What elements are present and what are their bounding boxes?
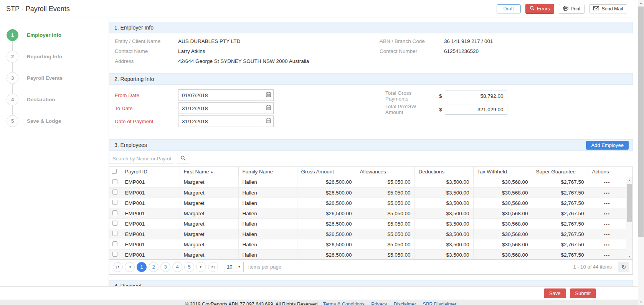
row-actions-menu-button[interactable]: ••• (604, 211, 610, 216)
payment-date-label: Date of Payment (115, 119, 178, 124)
previous-page-button[interactable]: ◄ (125, 262, 135, 272)
total-gross-input[interactable] (445, 91, 507, 101)
step-save-lodge[interactable]: 5 Save & Lodge (7, 115, 109, 127)
send-mail-button[interactable]: Send Mail (589, 4, 627, 13)
table-row[interactable]: EMP001 Margaret Hallen $26,500.00 $5,050… (109, 250, 626, 259)
cell-first-name: Margaret (180, 250, 238, 259)
table-row[interactable]: EMP001 Margaret Hallen $26,500.00 $5,050… (109, 208, 626, 219)
table-scrollbar-thumb[interactable] (627, 184, 632, 222)
cell-actions: ••• (588, 239, 626, 250)
row-actions-menu-button[interactable]: ••• (604, 191, 610, 195)
column-header-gross-amount[interactable]: Gross Amount (297, 167, 356, 177)
column-header-allowances[interactable]: Allowances (356, 167, 414, 177)
to-date-input[interactable] (178, 102, 263, 114)
add-employee-button[interactable]: Add Employee (586, 141, 629, 150)
row-checkbox[interactable] (112, 210, 117, 215)
calendar-icon (266, 92, 271, 98)
table-scrollbar[interactable]: ▲ ▼ (626, 177, 632, 259)
page-2-button[interactable]: 2 (149, 262, 159, 272)
step-4-circle: 4 (7, 94, 18, 106)
step-declaration[interactable]: 4 Declaration (7, 94, 109, 106)
table-row[interactable]: EMP001 Margaret Hallen $26,500.00 $5,050… (109, 219, 626, 229)
row-actions-menu-button[interactable]: ••• (604, 253, 610, 257)
scroll-down-icon[interactable]: ▼ (626, 254, 632, 259)
paygw-currency-symbol: $ (439, 107, 442, 112)
total-paygw-input[interactable] (445, 104, 507, 115)
row-checkbox[interactable] (112, 179, 117, 184)
next-page-button[interactable]: ► (196, 262, 206, 272)
page-scrollbar[interactable]: ▲ ▼ (638, 0, 644, 305)
disclaimer-link[interactable]: Disclaimer (394, 302, 416, 305)
table-row[interactable]: EMP001 Margaret Hallen $26,500.00 $5,050… (109, 188, 626, 198)
reporting-info-title: 2. Reporting Info (114, 76, 154, 82)
content-layout: 1 Employer Info 2 Reporting Info 3 Payro… (0, 18, 644, 286)
table-row[interactable]: EMP001 Margaret Hallen $26,500.00 $5,050… (109, 239, 626, 250)
row-select-cell (109, 239, 121, 250)
row-actions-menu-button[interactable]: ••• (604, 180, 610, 185)
refresh-button[interactable]: ↻ (618, 262, 629, 272)
last-page-button[interactable]: ►| (208, 262, 218, 272)
save-button[interactable]: Save (544, 289, 566, 298)
row-checkbox[interactable] (112, 252, 117, 257)
row-actions-menu-button[interactable]: ••• (604, 222, 610, 226)
row-checkbox[interactable] (112, 231, 117, 236)
cell-deductions: $3,500.00 (414, 250, 473, 259)
row-checkbox[interactable] (112, 221, 117, 226)
step-reporting-info[interactable]: 2 Reporting Info (7, 51, 109, 63)
from-date-input[interactable] (178, 89, 263, 101)
table-row[interactable]: EMP001 Margaret Hallen $26,500.00 $5,050… (109, 229, 626, 239)
payment-date-calendar-button[interactable] (263, 115, 274, 127)
contact-number-label: Contact Number (380, 48, 444, 54)
table-row[interactable]: EMP001 Margaret Hallen $26,500.00 $5,050… (109, 198, 626, 208)
draft-status-button[interactable]: Draft (497, 4, 521, 13)
cell-allowances: $5,050.00 (356, 208, 414, 219)
sbr-disclaimer-link[interactable]: SBR Disclaimer (423, 302, 457, 305)
column-header-family-name[interactable]: Family Name (238, 167, 297, 177)
page-5-button[interactable]: 5 (184, 262, 194, 272)
payment-date-input[interactable] (178, 115, 263, 127)
row-actions-menu-button[interactable]: ••• (604, 201, 610, 206)
cell-first-name: Margaret (180, 198, 238, 208)
cell-gross-amount: $26,500.00 (297, 198, 356, 208)
row-actions-menu-button[interactable]: ••• (604, 232, 610, 237)
from-date-calendar-button[interactable] (263, 89, 274, 101)
column-header-payroll-id[interactable]: Payroll ID (121, 167, 180, 177)
row-select-cell (109, 250, 121, 259)
table-row[interactable]: EMP001 Margaret Hallen $26,500.00 $5,050… (109, 177, 626, 188)
errors-button[interactable]: Errors (525, 4, 554, 14)
row-checkbox[interactable] (112, 200, 117, 205)
cell-deductions: $3,500.00 (414, 239, 473, 250)
page-4-button[interactable]: 4 (172, 262, 182, 272)
terms-link[interactable]: Terms & Conditions (323, 302, 364, 305)
bottom-action-bar: Save Submit (0, 286, 644, 300)
scroll-down-icon[interactable]: ▼ (638, 299, 644, 305)
column-header-tax-withheld[interactable]: Tax Withheld (473, 167, 532, 177)
row-checkbox[interactable] (112, 241, 117, 246)
column-header-first-name[interactable]: First Name▲ (180, 167, 238, 177)
column-header-deductions[interactable]: Deductions (414, 167, 473, 177)
submit-button[interactable]: Submit (570, 289, 596, 298)
to-date-calendar-button[interactable] (263, 102, 274, 114)
row-checkbox[interactable] (112, 190, 117, 195)
total-gross-row: Total Gross Payments $ (385, 90, 507, 102)
privacy-link[interactable]: Privacy (371, 302, 387, 305)
employee-search-button[interactable] (177, 154, 189, 163)
scroll-up-icon[interactable]: ▲ (638, 0, 644, 6)
step-payroll-events[interactable]: 3 Payroll Events (7, 72, 109, 84)
page-scrollbar-thumb[interactable] (638, 7, 644, 237)
page-1-button[interactable]: 1 (137, 262, 147, 272)
select-all-checkbox[interactable] (112, 169, 117, 174)
first-page-button[interactable]: |◄ (113, 262, 123, 272)
step-employer-info[interactable]: 1 Employer Info (7, 29, 109, 41)
to-date-field (178, 102, 274, 114)
page-size-dropdown[interactable]: 10 ▼ (224, 262, 244, 272)
row-actions-menu-button[interactable]: ••• (604, 242, 610, 247)
print-button[interactable]: Print (559, 4, 585, 14)
page-3-button[interactable]: 3 (160, 262, 170, 272)
column-header-super-guarantee[interactable]: Super Guarantee (532, 167, 588, 177)
section-employer-info: 1. Employer Info Entity / Client Name AU… (109, 22, 633, 67)
employee-search-input[interactable] (109, 154, 174, 163)
cell-deductions: $3,500.00 (414, 219, 473, 229)
total-gross-label: Total Gross Payments (385, 90, 434, 102)
scroll-up-icon[interactable]: ▲ (626, 177, 632, 183)
